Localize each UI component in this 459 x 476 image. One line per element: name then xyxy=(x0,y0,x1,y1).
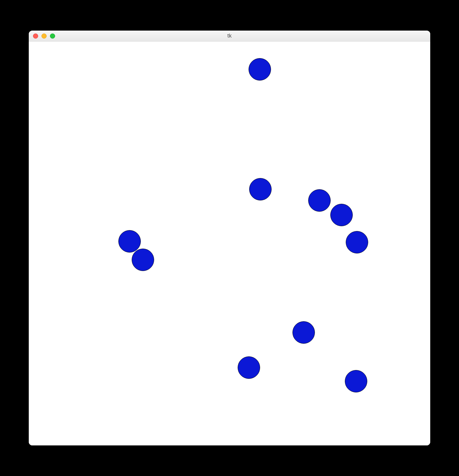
ball xyxy=(308,189,331,212)
window-title: tk xyxy=(227,33,232,39)
ball xyxy=(249,178,272,200)
ball xyxy=(292,321,315,344)
ball xyxy=(132,249,154,271)
minimize-icon[interactable] xyxy=(41,33,47,38)
traffic-lights xyxy=(33,33,55,38)
ball xyxy=(238,356,260,379)
titlebar[interactable]: tk xyxy=(29,31,430,41)
zoom-icon[interactable] xyxy=(50,33,55,38)
ball xyxy=(249,58,271,81)
ball xyxy=(346,231,368,253)
canvas[interactable] xyxy=(29,41,430,445)
app-window: tk xyxy=(29,31,430,445)
ball xyxy=(118,230,141,253)
close-icon[interactable] xyxy=(33,33,38,38)
ball xyxy=(330,204,353,226)
ball xyxy=(345,370,367,392)
